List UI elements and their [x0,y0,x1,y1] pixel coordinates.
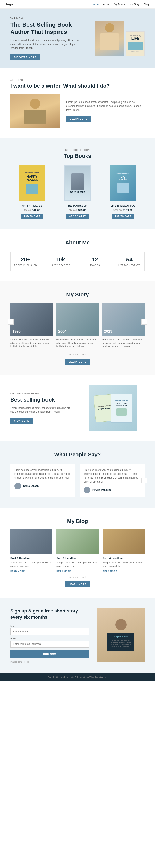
books-label: Book Collection [10,149,145,151]
blog-read-more-2[interactable]: READ MORE [103,570,117,572]
bestsell-section: Over 4000 Amazon Reviews Best selling bo… [0,375,155,441]
signup-book-body-text: Lorem ipsum dolor sit amet, consectetur … [110,639,131,648]
nav-link-mystory[interactable]: My Story [130,3,139,6]
stat-number-2: 12 [82,256,108,263]
story-text-1: Lorem ipsum dolor sit amet, consectetur … [56,336,99,350]
nav-link-mybooks[interactable]: My Books [114,3,125,6]
book-card-1: VIRGINIA BURTON HAPPYPLACES HAPPY PLACES… [11,165,53,219]
testimonials-next-button[interactable]: › [141,478,147,484]
blog-post-1: Post 5 Headline Sample small text. Lorem… [56,529,98,573]
blog-title: My Blog [10,518,145,524]
blog-grid: Post 6 Headline Sample small text. Lorem… [10,529,145,573]
hero-title: The Best-Selling Book Author That Inspir… [10,21,85,35]
book-add-cart-1[interactable]: ADD TO CART [21,214,43,219]
book-price-old-3: $200.00 [113,209,122,211]
books-title: Top Books [10,153,145,159]
footer: Sample Site - Made with Wix Edit this si… [0,673,155,681]
stat-card-3: 54 LITERARY EVENTS [114,252,145,271]
book-cover-life-beautiful: VIRGINIA BURTON LIVEbeautiful [109,165,136,202]
stat-label-0: BOOKS PUBLISHED [12,264,38,267]
bestsell-description: Lorem ipsum dolor sit amet, consectetur … [10,406,73,414]
nav-link-home[interactable]: Home [92,3,98,6]
blog-image-2 [103,529,145,554]
join-now-button[interactable]: JOIN NOW [10,650,89,658]
signup-book-author: Virginia Burton [110,636,131,638]
blog-read-more-1[interactable]: READ MORE [56,570,71,572]
author-name-1: Phyllis Palumbo [93,489,111,491]
testimonial-text-1: Proin sed libero veni sed faucibus turpi… [84,468,140,484]
signup-book-cover: Virginia Burton Lorem ipsum dolor sit am… [107,633,134,651]
hero-book-life: LIFE [131,36,139,41]
story-grid-wrap: 1990 Lorem ipsum dolor sit amet, consect… [10,303,145,350]
hero-text: Virginia Burton The Best-Selling Book Au… [10,17,85,60]
blog-post-desc-1: Sample small text. Lorem ipsum dolor sit… [56,561,98,568]
book-add-cart-2[interactable]: ADD TO CART [66,214,89,219]
signup-title: Sign up & get a free short story every s… [10,608,89,620]
book-card-3: VIRGINIA BURTON LIVEbeautiful LIFE IS BE… [102,165,144,219]
about-me-label: About Me [10,79,145,81]
blog-post-2: Post 4 Headline Sample small text. Lorem… [103,529,145,573]
about-me-text-area: Lorem ipsum dolor sit amet, consectetur … [66,100,145,122]
bestsell-cta-button[interactable]: VIEW MORE [10,417,33,424]
testimonials-title: What People Say? [10,452,145,458]
blog-section: My Blog Post 6 Headline Sample small tex… [0,508,155,598]
nav-link-about[interactable]: About [103,3,109,6]
about-me-cta-button[interactable]: LEARN MORE [66,116,91,122]
signup-image-credit: Images from Freepik [10,661,89,663]
name-input[interactable] [10,628,89,635]
stat-card-2: 12 AWARDS [80,252,110,271]
about-me-section: About Me I want to be a writer. What sho… [0,68,155,138]
blog-image-0 [10,529,52,554]
stat-card-1: 10k HAPPY READERS [45,252,76,271]
about-me-image [10,94,60,128]
bestsell-book-display: VIRGINIA BURTON EVERY INSIDE VIRGINIA BU… [89,385,137,431]
stat-number-1: 10k [47,256,73,263]
hero-person-image [95,21,124,56]
books-section: Book Collection Top Books VIRGINIA BURTO… [0,138,155,229]
name-field-group: Name [10,625,89,635]
story-image-1: 2004 [56,303,99,336]
book-price-row-3: $200.00 $169.00 [102,209,144,212]
blog-read-more-0[interactable]: READ MORE [10,570,25,572]
email-input[interactable] [10,641,89,648]
story-prev-button[interactable]: ‹ [8,319,14,324]
testimonials-grid: Proin sed libero veni sed faucibus turpi… [10,464,145,498]
book-add-cart-3[interactable]: ADD TO CART [112,214,134,219]
book-title-3: LIFE IS BEAUTIFUL [102,205,144,207]
book-title-2: BE YOURSELF [57,205,98,207]
author-avatar-1 [84,487,90,493]
bestsell-book-item-2: VIRGINIA BURTON EVERYTHING INSIDE YOU [111,394,132,423]
bestsell-image: VIRGINIA BURTON EVERY INSIDE VIRGINIA BU… [82,385,145,431]
story-title: My Story [10,291,145,298]
blog-cta-button[interactable]: LEARN MORE [65,581,90,587]
story-next-button[interactable]: › [141,319,147,324]
stat-number-0: 20+ [12,256,38,263]
bestsell-book-author: VIRGINIA BURTON [115,400,128,401]
book-price-old-1: $60.00 [24,209,31,211]
blog-image-1 [56,529,98,554]
author-name-0: Stella Larson [23,485,38,488]
stat-card-0: 20+ BOOKS PUBLISHED [10,252,41,271]
blog-post-title-1: Post 5 Headline [56,557,98,560]
stats-title: About Me [10,240,145,246]
blog-post-desc-2: Sample small text. Lorem ipsum dolor sit… [103,561,145,568]
book-price-row-1: $60.00 $40.00 [11,209,53,212]
blog-post-desc-0: Sample small text. Lorem ipsum dolor sit… [10,561,52,568]
about-me-content: Lorem ipsum dolor sit amet, consectetur … [10,94,145,128]
book-title-1: HAPPY PLACES [11,205,53,207]
hero-cta-button[interactable]: DISCOVER MORE [10,54,40,60]
signup-section: Sign up & get a free short story every s… [0,598,155,673]
hero-image-area: The story of my LIFE virginia burton [95,21,145,56]
nav-links: Home About My Books My Story Blog [92,3,149,6]
signup-book-area: Virginia Burton Lorem ipsum dolor sit am… [97,608,145,661]
nav-logo[interactable]: logo [6,2,13,6]
blog-post-title-2: Post 4 Headline [103,557,145,560]
stat-label-2: AWARDS [82,264,108,267]
author-avatar-0 [15,483,21,489]
email-field-group: Email [10,637,89,648]
bestsell-badge: Over 4000 Amazon Reviews [10,392,73,395]
story-cta-button[interactable]: LEARN MORE [65,359,90,365]
nav-link-blog[interactable]: Blog [144,3,149,6]
blog-post-title-0: Post 6 Headline [10,557,52,560]
story-text-2: Lorem ipsum dolor sit amet, consectetur … [102,336,145,350]
